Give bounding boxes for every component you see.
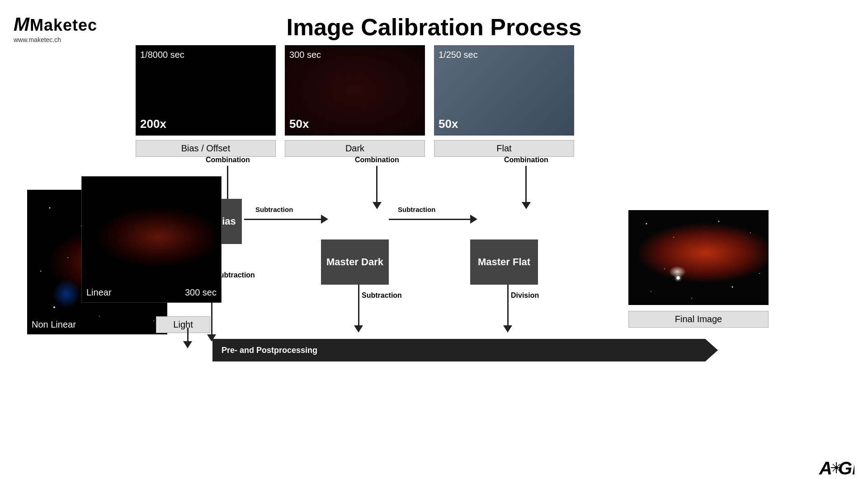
svg-point-15	[750, 232, 751, 233]
subtraction-arrow-to-flat	[389, 215, 477, 224]
light-mode-linear: Linear	[86, 287, 112, 298]
light-mode-nonlinear: Non Linear	[32, 319, 76, 330]
agl-logo: A GL	[818, 454, 854, 481]
flat-exposure: 1/250 sec	[439, 50, 478, 60]
light-down-arrow	[183, 328, 192, 348]
subtraction-label-2: Subtraction	[398, 206, 435, 213]
combination-label-3: Combination	[504, 156, 548, 164]
bias-count: 200x	[140, 117, 166, 131]
flat-image: 1/250 sec 50x	[434, 45, 574, 136]
bias-label: Bias / Offset	[136, 140, 276, 157]
preprocessing-label: Pre- and Postprocessing	[222, 346, 317, 355]
dark-count: 50x	[289, 117, 309, 131]
light-count: 20x	[36, 217, 72, 242]
subtraction-arrow-bias-dark	[244, 215, 328, 224]
svg-point-16	[664, 268, 665, 269]
svg-point-19	[651, 291, 651, 292]
subtraction-label-4: Subtraction	[362, 291, 402, 300]
svg-point-17	[732, 286, 733, 288]
svg-point-13	[673, 237, 674, 238]
logo: MMaketec www.maketec.ch	[14, 14, 97, 43]
bias-image: 1/8000 sec 200x	[136, 45, 276, 136]
svg-point-20	[691, 298, 692, 299]
svg-point-28	[835, 466, 838, 469]
svg-point-0	[49, 207, 51, 209]
flat-count: 50x	[439, 117, 458, 131]
master-flat-box: Master Flat	[470, 239, 538, 285]
logo-title: MMaketec	[14, 14, 97, 35]
light-frame-front: Linear 300 sec	[81, 176, 222, 303]
svg-point-12	[646, 223, 647, 225]
svg-text:A: A	[819, 458, 832, 478]
svg-point-14	[718, 221, 720, 222]
svg-point-4	[67, 257, 68, 258]
svg-point-8	[153, 320, 154, 321]
preprocessing-arrow: Pre- and Postprocessing	[212, 339, 705, 361]
svg-point-22	[675, 274, 682, 282]
flat-label: Flat	[434, 140, 574, 157]
agl-logo-svg: A GL	[818, 454, 854, 481]
page-title: Image Calibration Process	[286, 14, 581, 41]
svg-point-10	[40, 271, 42, 272]
final-image-label: Final Image	[628, 311, 769, 328]
subtraction-label-1: Subtraction	[255, 206, 293, 213]
svg-text:GL: GL	[838, 458, 854, 478]
division-label: Division	[511, 291, 539, 300]
combination-arrow-flat: Combination	[504, 156, 548, 209]
logo-subtitle: www.maketec.ch	[14, 36, 97, 43]
combination-label-1: Combination	[206, 156, 250, 164]
dark-exposure: 300 sec	[289, 50, 321, 60]
light-exposure: 300 sec	[185, 287, 217, 298]
final-image	[628, 210, 769, 305]
dark-image: 300 sec 50x	[285, 45, 425, 136]
final-stars-svg	[628, 210, 769, 305]
svg-point-6	[99, 316, 100, 317]
svg-point-7	[53, 306, 55, 308]
master-dark-box: Master Dark	[321, 239, 389, 285]
svg-point-18	[759, 273, 760, 274]
combination-label-2: Combination	[355, 156, 399, 164]
bias-exposure: 1/8000 sec	[140, 50, 184, 60]
combination-arrow-dark: Combination	[355, 156, 399, 209]
dark-label: Dark	[285, 140, 425, 157]
